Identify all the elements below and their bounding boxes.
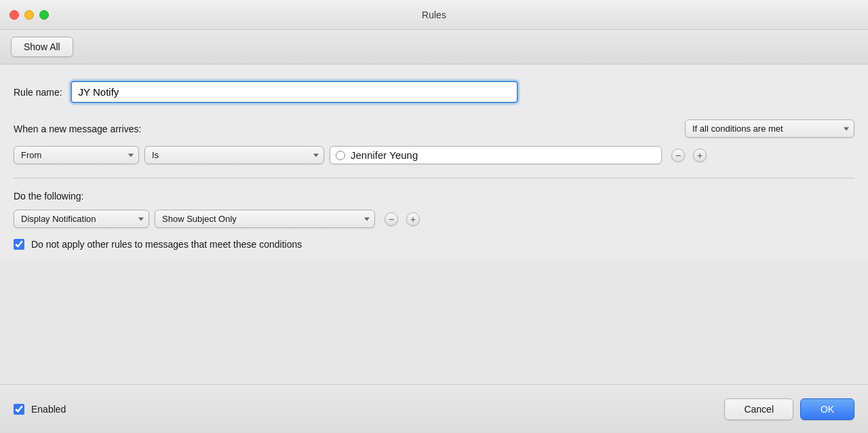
rule-name-input[interactable] <box>71 81 518 103</box>
contact-indicator <box>336 151 345 160</box>
cancel-button[interactable]: Cancel <box>724 398 793 420</box>
main-content: Rule name: When a new message arrives: I… <box>0 64 868 261</box>
divider <box>14 178 854 178</box>
title-bar: Rules <box>0 0 868 30</box>
action-row: Display Notification Play Sound Mark as … <box>14 210 854 228</box>
conditions-header: When a new message arrives: If all condi… <box>14 119 854 138</box>
conditions-select[interactable]: If all conditions are met If any conditi… <box>685 119 854 138</box>
show-all-button[interactable]: Show All <box>11 37 73 57</box>
contact-input-wrapper <box>330 146 662 164</box>
maximize-button[interactable] <box>39 10 49 20</box>
remove-action-button[interactable]: − <box>384 212 398 226</box>
minimize-button[interactable] <box>24 10 34 20</box>
no-other-rules-row: Do not apply other rules to messages tha… <box>14 239 854 250</box>
from-select[interactable]: From To Subject Body Account <box>14 146 139 164</box>
bottom-bar: Enabled Cancel OK <box>0 384 868 433</box>
rule-name-row: Rule name: <box>14 81 854 103</box>
from-select-wrapper: From To Subject Body Account <box>14 146 139 164</box>
add-condition-button[interactable]: + <box>693 149 707 162</box>
action-select-wrapper: Display Notification Play Sound Mark as … <box>14 210 149 228</box>
conditions-dropdown-wrapper: If all conditions are met If any conditi… <box>685 119 854 138</box>
condition-row: From To Subject Body Account Is Is not C… <box>14 146 854 164</box>
is-select-wrapper: Is Is not Contains Does not contain <box>144 146 324 164</box>
window-title: Rules <box>422 10 446 20</box>
conditions-area: When a new message arrives: If all condi… <box>14 119 854 164</box>
no-other-rules-label: Do not apply other rules to messages tha… <box>31 239 302 250</box>
traffic-lights <box>9 10 49 20</box>
contact-input[interactable] <box>351 149 656 161</box>
toolbar: Show All <box>0 30 868 64</box>
enabled-label: Enabled <box>31 404 66 415</box>
action-select[interactable]: Display Notification Play Sound Mark as … <box>14 210 149 228</box>
show-type-select[interactable]: Show Subject Only Show Message Show Send… <box>155 210 375 228</box>
do-following-section: Do the following: Display Notification P… <box>14 191 854 250</box>
enabled-row: Enabled <box>14 404 66 415</box>
rule-name-label: Rule name: <box>14 87 62 98</box>
show-type-select-wrapper: Show Subject Only Show Message Show Send… <box>155 210 375 228</box>
close-button[interactable] <box>9 10 19 20</box>
is-select[interactable]: Is Is not Contains Does not contain <box>144 146 324 164</box>
ok-button[interactable]: OK <box>800 398 854 420</box>
no-other-rules-checkbox[interactable] <box>14 239 24 250</box>
remove-condition-button[interactable]: − <box>671 149 685 162</box>
enabled-checkbox[interactable] <box>14 404 24 415</box>
add-action-button[interactable]: + <box>406 212 420 226</box>
bottom-buttons: Cancel OK <box>724 398 854 420</box>
do-following-label: Do the following: <box>14 191 854 202</box>
when-label: When a new message arrives: <box>14 124 141 134</box>
